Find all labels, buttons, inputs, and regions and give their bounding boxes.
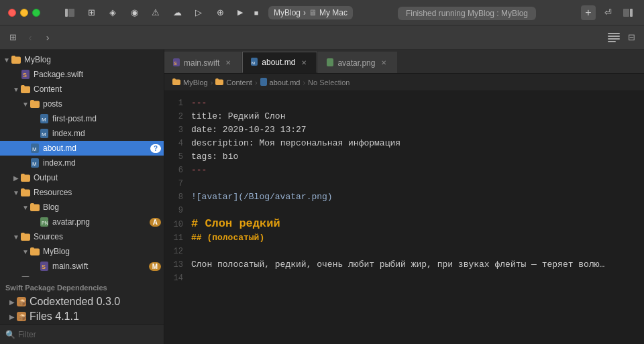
- minimize-button[interactable]: [20, 9, 28, 17]
- code-editor[interactable]: 1---2title: Редкий Слон3date: 2020-10-23…: [164, 91, 644, 344]
- tree-item-posts-folder[interactable]: ▼posts: [0, 97, 164, 111]
- line-content: description: Моя персональная информация: [191, 137, 644, 150]
- title-bar: ⊞ ◈ ◉ ⚠ ☁ ▷ ⊕ ▶ ■ MyBlog › 🖥 My Mac Fini…: [0, 0, 644, 25]
- split-view-button[interactable]: ⊞: [83, 5, 99, 21]
- tree-item-first-post[interactable]: Mfirst-post.md: [0, 111, 164, 126]
- tree-icon-file-swift: S: [20, 69, 31, 80]
- code-line: 14: [164, 272, 644, 285]
- dep-label: Files 4.1.1: [30, 310, 161, 323]
- tree-label: Package.swift: [34, 70, 161, 79]
- svg-rect-2: [623, 9, 629, 17]
- line-content: tags: bio: [191, 150, 644, 164]
- dep-icon: 📦: [16, 311, 27, 322]
- tree-item-sources-folder[interactable]: ▼Sources: [0, 229, 164, 244]
- tree-item-myblog-sources[interactable]: ▼MyBlog: [0, 244, 164, 259]
- tree-item-package-swift[interactable]: SPackage.swift: [0, 67, 164, 82]
- tree-arrow: ▼: [12, 189, 20, 196]
- tab-avatar-png[interactable]: avatar.png✕: [318, 52, 397, 73]
- tree-item-main-swift[interactable]: Smain.swiftM: [0, 259, 164, 274]
- breadcrumb-item-2[interactable]: about.md: [260, 78, 301, 87]
- code-line: 12: [164, 245, 644, 258]
- tab-close-button[interactable]: ✕: [379, 58, 388, 68]
- line-number: 8: [164, 190, 191, 204]
- svg-text:M: M: [42, 117, 46, 123]
- line-number: 13: [164, 258, 191, 272]
- tree-item-index-md-posts[interactable]: Mindex.md: [0, 126, 164, 141]
- tree-label: avatar.png: [52, 217, 147, 227]
- instrument-button[interactable]: ⊕: [212, 5, 228, 21]
- memory-button[interactable]: ☁: [169, 5, 185, 21]
- debug-button[interactable]: ▷: [191, 5, 207, 21]
- title-bar-right: + ⏎: [581, 5, 636, 21]
- warning-button[interactable]: ⚠: [148, 5, 164, 21]
- dep-icon: 📦: [16, 296, 27, 307]
- location-button[interactable]: ◉: [126, 5, 142, 21]
- tree-label: posts: [43, 99, 161, 109]
- tree-item-blog-folder[interactable]: ▼Blog: [0, 200, 164, 215]
- code-line: 11## (полосатый): [164, 231, 644, 245]
- line-number: 12: [164, 245, 191, 258]
- line-content: Слон полосатый, редкий, очень любит рыби…: [191, 258, 644, 272]
- tab-main-swift[interactable]: Smain.swift✕: [164, 52, 241, 73]
- dep-item-codextended[interactable]: ▶📦Codextended 0.3.0: [0, 294, 164, 309]
- back-button[interactable]: ‹: [23, 30, 38, 45]
- tree-label: Sources: [34, 232, 161, 241]
- breadcrumb-item-1[interactable]: Content: [215, 78, 252, 87]
- tree-item-package-resolved[interactable]: Package.resolved: [0, 274, 164, 277]
- toolbar-right: ⊟: [606, 30, 639, 45]
- code-line: 10# Слон редкий: [164, 217, 644, 231]
- svg-text:M: M: [32, 161, 37, 167]
- line-content: ![avatar](/Blog/avatar.png): [191, 190, 644, 204]
- main-area: ▼MyBlogSPackage.swift▼Content▼postsMfirs…: [0, 50, 644, 344]
- sidebar-toggle-button[interactable]: [62, 5, 78, 21]
- filter-icon: 🔍: [5, 330, 15, 339]
- line-content: ---: [191, 164, 644, 177]
- breadcrumb-item-0[interactable]: MyBlog: [172, 78, 208, 87]
- split-editor-button[interactable]: ⊟: [624, 30, 639, 45]
- forward-button[interactable]: ›: [40, 30, 55, 45]
- svg-text:S: S: [174, 61, 177, 66]
- breakpoint-button[interactable]: ◈: [105, 5, 121, 21]
- tree-item-avatar-png[interactable]: PNGavatar.pngA: [0, 215, 164, 229]
- toolbar: ⊞ ‹ › ⊟: [0, 25, 644, 50]
- breadcrumb-bar: MyBlog›Content›about.md›No Selection: [164, 74, 644, 91]
- line-editor-button[interactable]: [606, 30, 621, 45]
- status-bar-center: Finished running MyBlog : MyBlog: [358, 7, 576, 19]
- tree-icon-file-md: M: [30, 143, 40, 154]
- tree-arrow: ▼: [21, 248, 30, 255]
- add-button[interactable]: +: [581, 5, 596, 20]
- run-button[interactable]: ▶: [233, 6, 247, 19]
- filter-bar: 🔍: [0, 324, 164, 344]
- inspector-toggle-button[interactable]: [620, 5, 636, 21]
- tree-item-about-md[interactable]: Mabout.md?: [0, 141, 164, 156]
- breadcrumb-text: MyBlog: [183, 78, 208, 87]
- tree-item-index-md-content[interactable]: Mindex.md: [0, 156, 164, 170]
- tree-arrow: ▼: [21, 204, 30, 211]
- tree-icon-file-resolved: [20, 276, 31, 277]
- tree-label: first-post.md: [52, 114, 161, 123]
- tree-icon-file-md: M: [39, 128, 50, 139]
- tree-item-output-folder[interactable]: ▶Output: [0, 170, 164, 185]
- close-button[interactable]: [8, 9, 16, 17]
- tab-about-md[interactable]: Mabout.md✕: [242, 52, 317, 73]
- tab-close-button[interactable]: ✕: [223, 58, 233, 68]
- dep-item-files[interactable]: ▶📦Files 4.1.1: [0, 309, 164, 324]
- filter-input[interactable]: [18, 330, 158, 339]
- tree-item-content-folder[interactable]: ▼Content: [0, 82, 164, 97]
- tree-icon-folder: [20, 231, 31, 242]
- tree-label: Output: [34, 173, 161, 182]
- code-line: 9: [164, 204, 644, 217]
- breadcrumb-text: No Selection: [308, 78, 350, 87]
- sidebar: ▼MyBlogSPackage.swift▼Content▼postsMfirs…: [0, 50, 164, 344]
- line-number: 7: [164, 177, 191, 190]
- tree-item-resources-folder[interactable]: ▼Resources: [0, 185, 164, 200]
- target-name: My Mac: [319, 8, 347, 17]
- maximize-button[interactable]: [32, 9, 40, 17]
- breadcrumb-item-3: No Selection: [308, 78, 350, 87]
- grid-view-button[interactable]: ⊞: [5, 30, 20, 45]
- tree-item-myblog-root[interactable]: ▼MyBlog: [0, 52, 164, 67]
- enter-key-icon[interactable]: ⏎: [600, 5, 616, 21]
- stop-button[interactable]: ■: [250, 6, 263, 19]
- tab-close-button[interactable]: ✕: [299, 58, 309, 67]
- scheme-selector[interactable]: MyBlog › 🖥 My Mac: [268, 6, 353, 19]
